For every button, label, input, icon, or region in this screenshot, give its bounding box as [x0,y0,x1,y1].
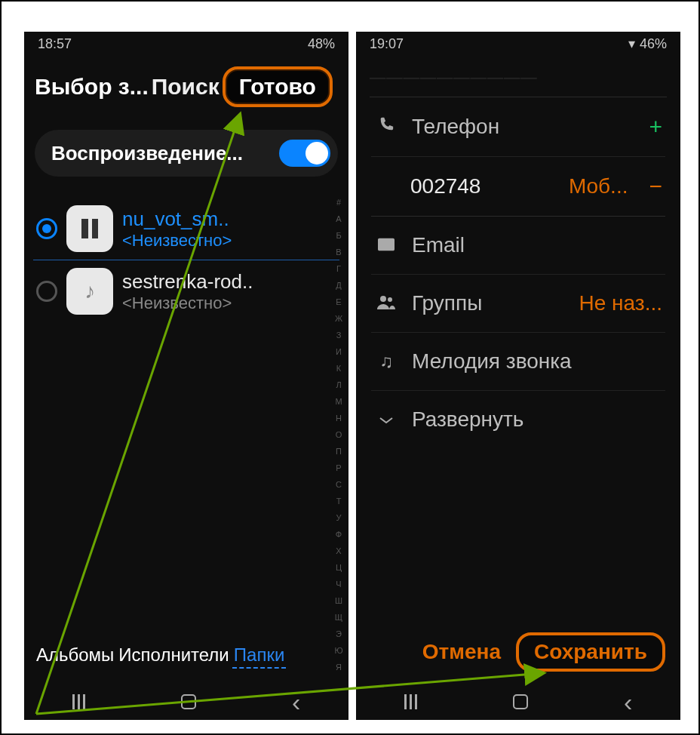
ringtone-icon: ♫ [374,351,398,372]
index-letter[interactable]: Е [332,297,345,306]
tab-artists[interactable]: Исполнители [117,643,230,669]
track-thumb[interactable]: ♪ [66,268,113,315]
track-title: nu_vot_sm.. [122,208,232,231]
status-time: 19:07 [370,36,404,52]
index-letter[interactable]: Л [332,380,345,389]
index-letter[interactable]: Г [332,264,345,273]
index-letter[interactable]: Ц [332,563,345,572]
index-letter[interactable]: О [332,430,345,439]
nav-home[interactable] [181,694,196,709]
chevron-down-icon [374,409,398,430]
selection-header: Выбор з... Поиск Готово [24,56,348,125]
index-letter[interactable]: Д [332,281,345,290]
track-list: #АБВГДЕЖЗИКЛМНОПРСТУФХЦЧШЩЭЮЯ nu_vot_sm.… [24,198,348,322]
form-footer: Отмена Сохранить [356,632,680,679]
battery-text: 48% [308,36,335,52]
nav-back[interactable] [624,687,632,717]
phone-screenshot-left: 18:57 48% Выбор з... Поиск Готово Воспро… [24,32,348,720]
header-blur: ────────── [370,65,667,91]
nav-back[interactable] [292,687,300,717]
svg-point-0 [380,296,386,302]
track-thumb[interactable] [66,205,113,252]
track-artist: <Неизвестно> [122,294,253,313]
contact-form: Телефон + 002748 Моб... − Email Группы Н… [356,97,680,448]
index-letter[interactable]: Ч [332,580,345,589]
phone-section-header: Телефон + [371,97,665,157]
index-letter[interactable]: Ф [332,530,345,539]
index-letter[interactable]: Э [332,629,345,638]
alpha-index[interactable]: #АБВГДЕЖЗИКЛМНОПРСТУФХЦЧШЩЭЮЯ [332,198,345,620]
ringtone-label: Мелодия звонка [412,349,572,374]
phone-icon [374,116,398,137]
index-letter[interactable]: У [332,513,345,522]
save-button[interactable]: Сохранить [516,632,665,672]
index-letter[interactable]: П [332,447,345,456]
search-button[interactable]: Поиск [152,74,220,100]
status-right: ▾ 46% [628,35,667,52]
expand-row[interactable]: Развернуть [371,391,665,448]
track-artist: <Неизвестно> [122,231,232,251]
index-letter[interactable]: # [332,198,345,207]
statusbar: 18:57 48% [24,32,348,56]
playback-pill[interactable]: Воспроизведение... [35,130,338,177]
index-letter[interactable]: Ш [332,596,345,605]
statusbar: 19:07 ▾ 46% [356,32,680,56]
remove-phone-button[interactable]: − [649,174,662,199]
index-letter[interactable]: Х [332,546,345,555]
nav-home[interactable] [513,694,528,709]
nav-recents[interactable] [404,694,417,709]
contact-edit-header: ────────── [370,65,667,97]
battery-text: 46% [640,36,667,52]
index-letter[interactable]: З [332,331,345,340]
done-button[interactable]: Готово [223,66,333,107]
wifi-icon: ▾ [628,35,635,52]
groups-row[interactable]: Группы Не наз... [371,275,665,333]
track-row[interactable]: ♪ sestrenka-rod.. <Неизвестно> [33,260,339,322]
tab-folders[interactable]: Папки [232,643,287,669]
android-navbar [24,684,348,720]
expand-label: Развернуть [412,407,523,432]
playback-label: Воспроизведение... [51,142,243,165]
bottom-tabs: Альбомы Исполнители Папки [24,643,348,675]
index-letter[interactable]: Н [332,414,345,423]
index-letter[interactable]: Б [332,231,345,240]
select-radio[interactable] [36,218,57,239]
status-right: 48% [308,36,335,52]
index-letter[interactable]: Щ [332,613,345,622]
header-title: Выбор з... [35,74,149,100]
playback-toggle[interactable] [279,140,330,167]
music-note-icon: ♪ [84,279,95,303]
status-time: 18:57 [38,36,72,52]
svg-point-1 [388,297,392,302]
index-letter[interactable]: А [332,214,345,223]
email-label: Email [412,233,465,257]
tab-albums[interactable]: Альбомы [35,643,115,669]
groups-icon [374,293,398,314]
pause-icon [81,219,98,238]
index-letter[interactable]: В [332,248,345,257]
index-letter[interactable]: С [332,480,345,489]
index-letter[interactable]: М [332,397,345,406]
phone-number-value[interactable]: 002748 [410,174,480,198]
phone-entry-row[interactable]: 002748 Моб... − [371,157,665,217]
track-title: sestrenka-rod.. [122,270,253,294]
ringtone-row[interactable]: ♫ Мелодия звонка [371,333,665,391]
select-radio[interactable] [36,281,57,302]
index-letter[interactable]: Р [332,463,345,472]
phone-type-value[interactable]: Моб... [569,174,628,198]
index-letter[interactable]: К [332,364,345,373]
cancel-button[interactable]: Отмена [421,632,502,672]
phone-screenshot-right: 19:07 ▾ 46% ────────── Телефон + 002748 … [356,32,680,720]
email-row[interactable]: Email [371,217,665,275]
add-phone-button[interactable]: + [649,114,662,140]
nav-recents[interactable] [72,694,85,709]
track-row[interactable]: nu_vot_sm.. <Неизвестно> [33,198,339,260]
index-letter[interactable]: И [332,347,345,356]
email-icon [374,235,398,256]
index-letter[interactable]: Т [332,497,345,506]
groups-label: Группы [412,291,482,315]
groups-value[interactable]: Не наз... [579,291,662,315]
phone-label: Телефон [412,115,499,139]
index-letter[interactable]: Ж [332,314,345,323]
android-navbar [356,684,680,720]
